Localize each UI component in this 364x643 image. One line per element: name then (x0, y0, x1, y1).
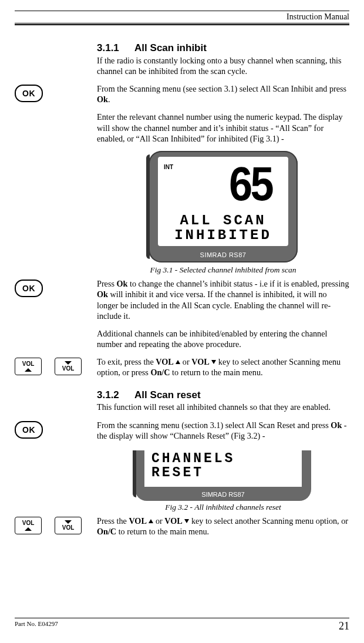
ok-button-icon: OK (15, 421, 43, 439)
text: Press (97, 279, 117, 288)
vol-label-bold: VOL (164, 516, 182, 526)
paragraph: If the radio is constantly locking onto … (97, 55, 349, 76)
section-number: 3.1.2 (97, 389, 132, 402)
text: key to select another Scanning menu opti… (189, 516, 348, 526)
lcd-brand-label: SIMRAD RS87 (149, 251, 298, 259)
figure-caption: Fig 3.2 - All inhibited channels reset (97, 502, 349, 512)
text: will inhibit it and vice versa. If the c… (97, 289, 331, 320)
header-rule (15, 24, 349, 25)
lcd-channel-number: 65 (229, 153, 272, 215)
lcd-status-text: ALL SCAN INHIBITED (158, 213, 288, 243)
vol-up-button-icon: VOL (15, 517, 42, 534)
section-heading-3-1-1: 3.1.1 All Scan inhibit (97, 42, 349, 55)
text: To exit, press the (97, 357, 156, 366)
ok-label-bold: Ok (97, 289, 108, 299)
vol-label: VOL (22, 520, 35, 526)
vol-label-bold: VOL (191, 357, 209, 366)
text: . (108, 95, 110, 104)
vol-label-bold: VOL (129, 516, 146, 526)
paragraph: Press Ok to change the channel’s inhibit… (97, 278, 349, 321)
ok-button-icon: OK (15, 280, 43, 297)
vol-label-bold: VOL (156, 357, 173, 366)
section-heading-3-1-2: 3.1.2 All Scan reset (97, 389, 349, 402)
section-title: All Scan inhibit (134, 42, 207, 53)
paragraph: Additional channels can be inhibited/ena… (97, 328, 349, 349)
section-number: 3.1.1 (97, 42, 132, 55)
vol-down-button-icon: VOL (55, 517, 82, 534)
text: From the Scanning menu (see section 3.1)… (97, 84, 346, 93)
ok-label-bold: Ok (117, 279, 128, 288)
vol-label: VOL (62, 525, 75, 531)
ok-label-bold: Ok (331, 420, 342, 430)
page-number: 21 (339, 620, 349, 632)
text: to change the channel’s inhibit status -… (127, 279, 349, 288)
lcd-brand-label: SIMRAD RS87 (135, 490, 311, 499)
onc-label-bold: On/C (97, 527, 116, 536)
text: or (153, 516, 164, 526)
paragraph: From the Scanning menu (see section 3.1)… (97, 83, 349, 105)
vol-down-button-icon: VOL (55, 358, 82, 375)
text: Press the (97, 516, 129, 526)
vol-up-button-icon: VOL (15, 358, 42, 375)
figure-caption: Fig 3.1 - Selected channel inhibited fro… (97, 265, 349, 275)
ok-button-icon: OK (15, 85, 43, 102)
figure-3-2: CHANNELS RESET SIMRAD RS87 (135, 450, 311, 501)
running-header: Instruction Manual (15, 11, 349, 23)
text: From the scanning menu (section 3.1) sel… (97, 420, 331, 430)
vol-label: VOL (22, 361, 35, 367)
lcd-status-text: CHANNELS RESET (151, 452, 235, 480)
text: to return to the main menu. (116, 527, 209, 536)
section-title: All Scan reset (134, 389, 200, 400)
vol-label: VOL (62, 366, 75, 372)
part-number: Part No. E04297 (15, 620, 58, 632)
text: or (180, 357, 191, 366)
figure-3-1: INT 65 ALL SCAN INHIBITED SIMRAD RS87 (149, 151, 298, 262)
paragraph: This function will reset all inhibited c… (97, 402, 349, 412)
paragraph: From the scanning menu (section 3.1) sel… (97, 420, 349, 441)
paragraph: Press the VOL or VOL key to select anoth… (97, 516, 349, 537)
paragraph: To exit, press the VOL or VOL key to sel… (97, 356, 349, 378)
paragraph: Enter the relevant channel number using … (97, 112, 349, 144)
ok-label-bold: Ok (97, 95, 108, 104)
lcd-int-label: INT (164, 164, 173, 171)
text: to return to the main menu. (170, 368, 263, 377)
page-footer: Part No. E04297 21 (15, 618, 349, 632)
onc-label-bold: On/C (150, 368, 170, 377)
